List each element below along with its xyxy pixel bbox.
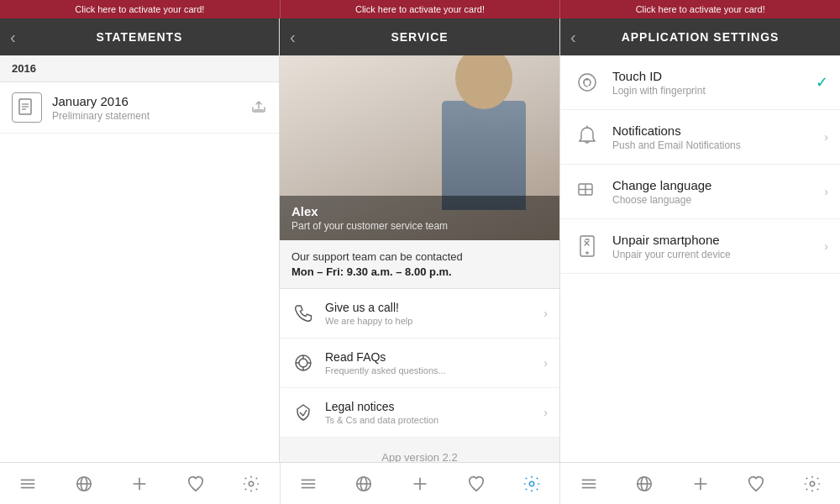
service-call-name: Give us a call!: [325, 301, 543, 314]
banner-left[interactable]: Click here to activate your card!: [0, 0, 281, 18]
settings-notifications-item[interactable]: Notifications Push and Email Notificatio…: [560, 110, 840, 165]
nav-heart-1[interactable]: [168, 463, 224, 504]
svg-point-29: [249, 481, 255, 486]
service-faq-sub: Frequently asked questions...: [325, 365, 543, 375]
notifications-name: Notifications: [612, 123, 824, 138]
nav-heart-2[interactable]: [448, 463, 504, 504]
service-back-button[interactable]: ‹: [290, 28, 296, 47]
nav-group-2: [281, 463, 561, 504]
service-legal-sub: Ts & Cs and data protection: [325, 415, 543, 425]
service-header: ‹ SERVICE: [280, 18, 559, 55]
service-call-arrow: ›: [543, 307, 548, 320]
nav-gear-3[interactable]: [784, 463, 840, 504]
service-faq-item[interactable]: Read FAQs Frequently asked questions... …: [280, 339, 559, 388]
unpair-text: Unpair smartphone Unpair your current de…: [612, 233, 824, 260]
nav-heart-3[interactable]: [728, 463, 785, 504]
svg-line-10: [300, 412, 303, 416]
language-sub: Choose language: [612, 194, 824, 206]
touchid-text: Touch ID Login with fingerprint: [612, 69, 816, 97]
service-call-text: Give us a call! We are happy to help: [325, 301, 543, 326]
nav-list-3[interactable]: [560, 463, 617, 504]
unpair-arrow-icon: ›: [824, 239, 828, 253]
nav-plus-1[interactable]: [112, 463, 168, 504]
service-call-item[interactable]: Give us a call! We are happy to help ›: [280, 289, 559, 339]
bottom-nav: [0, 462, 840, 504]
banner-middle-text: Click here to activate your card!: [355, 4, 485, 14]
service-call-sub: We are happy to help: [325, 316, 543, 326]
touchid-check-icon: ✓: [816, 73, 828, 92]
svg-point-5: [299, 359, 307, 367]
service-faq-text: Read FAQs Frequently asked questions...: [325, 350, 543, 375]
service-faq-arrow: ›: [543, 356, 548, 370]
service-photo: Alex Part of your customer service team: [280, 55, 559, 240]
service-photo-overlay: Alex Part of your customer service team: [280, 196, 559, 240]
statements-back-button[interactable]: ‹: [10, 28, 16, 47]
main-area: ‹ STATEMENTS 2016 January 2016 Prelimina…: [0, 18, 840, 462]
banner-left-text: Click here to activate your card!: [75, 4, 204, 14]
language-icon: [572, 176, 602, 207]
language-name: Change language: [612, 178, 824, 192]
nav-globe-2[interactable]: [336, 463, 392, 504]
svg-line-11: [303, 410, 307, 416]
fingerprint-icon: [572, 67, 602, 97]
notifications-icon: [572, 122, 602, 152]
service-person-role: Part of your customer service team: [291, 220, 548, 232]
statement-text: January 2016 Preliminary statement: [52, 94, 250, 122]
legal-icon: [291, 401, 315, 424]
touchid-name: Touch ID: [612, 69, 816, 83]
banner-right-text: Click here to activate your card!: [636, 4, 765, 14]
statements-panel: ‹ STATEMENTS 2016 January 2016 Prelimina…: [0, 18, 280, 462]
service-faq-name: Read FAQs: [325, 350, 543, 364]
photo-body: [442, 101, 526, 210]
language-arrow-icon: ›: [824, 185, 828, 198]
nav-list-2[interactable]: [281, 463, 337, 504]
settings-unpair-item[interactable]: Unpair smartphone Unpair your current de…: [560, 219, 840, 274]
service-legal-name: Legal notices: [325, 400, 543, 413]
support-info: Our support team can be contacted Mon – …: [280, 240, 559, 289]
settings-title: APPLICATION SETTINGS: [622, 30, 780, 44]
support-info-hours: Mon – Fri: 9.30 a.m. – 8.00 p.m.: [291, 265, 548, 278]
touchid-sub: Login with fingerprint: [612, 85, 816, 97]
svg-point-12: [579, 74, 596, 91]
nav-group-3: [560, 463, 840, 504]
nav-plus-2[interactable]: [392, 463, 449, 504]
unpair-name: Unpair smartphone: [612, 233, 824, 247]
banner-right[interactable]: Click here to activate your card!: [560, 0, 840, 18]
statement-upload-icon[interactable]: [250, 97, 267, 118]
app-version-text: App version 2.2: [381, 451, 457, 462]
nav-gear-2[interactable]: [504, 463, 560, 504]
nav-globe-1[interactable]: [56, 463, 113, 504]
svg-point-20: [586, 252, 588, 254]
service-legal-item[interactable]: Legal notices Ts & Cs and data protectio…: [280, 388, 559, 438]
statement-doc-icon: [12, 92, 42, 123]
nav-plus-3[interactable]: [672, 463, 728, 504]
nav-globe-3[interactable]: [617, 463, 673, 504]
nav-list-1[interactable]: [0, 463, 56, 504]
statements-header: ‹ STATEMENTS: [0, 18, 279, 55]
phone-icon: [291, 302, 315, 325]
service-legal-arrow: ›: [543, 406, 548, 419]
notifications-arrow-icon: ›: [824, 130, 828, 144]
statement-name: January 2016: [52, 94, 250, 108]
statement-item[interactable]: January 2016 Preliminary statement: [0, 82, 279, 134]
settings-touchid-item[interactable]: Touch ID Login with fingerprint ✓: [560, 55, 840, 110]
statements-title: STATEMENTS: [97, 30, 183, 44]
settings-back-button[interactable]: ‹: [570, 28, 576, 47]
app-version-area: App version 2.2: [280, 438, 559, 462]
notifications-text: Notifications Push and Email Notificatio…: [612, 123, 824, 151]
service-person-name: Alex: [291, 204, 548, 218]
notifications-sub: Push and Email Notifications: [612, 139, 824, 151]
unpair-sub: Unpair your current device: [612, 249, 824, 260]
svg-point-38: [529, 481, 534, 486]
nav-group-1: [0, 463, 281, 504]
svg-point-47: [810, 481, 815, 486]
support-info-text: Our support team can be contacted: [291, 250, 548, 263]
settings-header: ‹ APPLICATION SETTINGS: [560, 18, 840, 55]
settings-language-item[interactable]: Change language Choose language ›: [560, 165, 840, 219]
unpair-icon: [572, 231, 602, 261]
nav-gear-1[interactable]: [223, 463, 280, 504]
service-legal-text: Legal notices Ts & Cs and data protectio…: [325, 400, 543, 425]
language-text: Change language Choose language: [612, 178, 824, 206]
banner-middle[interactable]: Click here to activate your card!: [281, 0, 561, 18]
statement-sub: Preliminary statement: [52, 110, 250, 122]
